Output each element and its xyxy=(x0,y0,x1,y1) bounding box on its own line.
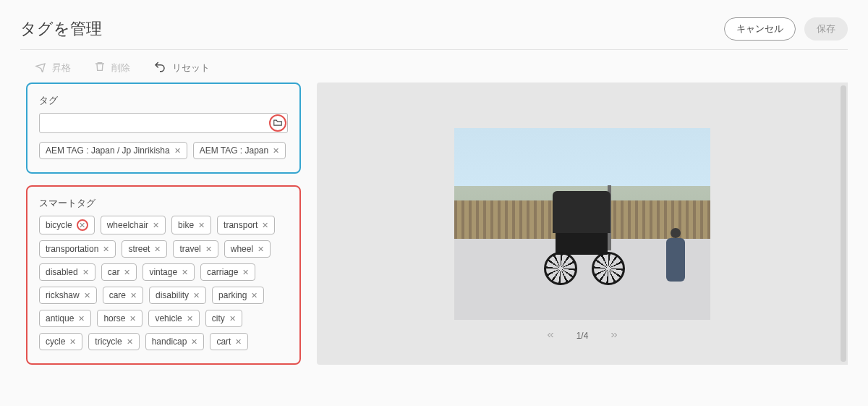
tag-chip[interactable]: disabled✕ xyxy=(39,263,95,281)
tag-chip[interactable]: rickshaw✕ xyxy=(39,287,97,304)
header-actions: キャンセル 保存 xyxy=(724,17,848,41)
tag-chip[interactable]: cycle✕ xyxy=(39,333,82,350)
tag-chip-label: vehicle xyxy=(155,313,182,323)
tag-chip[interactable]: care✕ xyxy=(103,287,143,304)
remove-tag-icon[interactable]: ✕ xyxy=(103,245,109,254)
tag-chip-label: disabled xyxy=(46,267,78,277)
tag-chip-label: handicap xyxy=(152,337,187,347)
preview-scrollbar[interactable] xyxy=(841,85,846,362)
remove-tag-icon[interactable]: ✕ xyxy=(78,314,85,323)
tag-chip-label: cycle xyxy=(46,337,65,347)
remove-tag-icon[interactable]: ✕ xyxy=(198,221,205,230)
tag-chip[interactable]: transport✕ xyxy=(217,216,275,234)
preview-area: 1/4 xyxy=(317,83,848,365)
tag-chip[interactable]: street✕ xyxy=(122,240,167,258)
remove-tag-icon[interactable]: ✕ xyxy=(130,291,137,300)
remove-tag-icon[interactable]: ✕ xyxy=(205,245,212,254)
remove-tag-icon[interactable]: ✕ xyxy=(273,146,279,156)
tag-chip-label: AEM TAG : Japan xyxy=(200,145,269,156)
remove-tag-icon[interactable]: ✕ xyxy=(242,268,249,277)
undo-icon xyxy=(153,60,166,75)
remove-tag-icon[interactable]: ✕ xyxy=(193,291,200,300)
remove-tag-icon[interactable]: ✕ xyxy=(187,314,193,323)
tag-chip[interactable]: wheel✕ xyxy=(224,240,271,258)
preview-pager: 1/4 xyxy=(545,330,621,342)
promote-label: 昇格 xyxy=(52,62,71,75)
tag-chip-label: disability xyxy=(156,290,189,300)
remove-tag-icon[interactable]: ✕ xyxy=(84,291,90,300)
tag-chip[interactable]: wheelchair✕ xyxy=(101,216,166,234)
tag-chip[interactable]: bike✕ xyxy=(171,216,211,234)
tag-chip[interactable]: parking✕ xyxy=(212,287,264,304)
smart-tags-panel: スマートタグ bicycle✕wheelchair✕bike✕transport… xyxy=(26,185,301,365)
pager-next-button[interactable] xyxy=(608,330,620,342)
tag-chip-label: travel xyxy=(179,244,200,254)
tag-chip-label: cart xyxy=(216,337,231,347)
tag-chip[interactable]: AEM TAG : Japan / Jp Jinrikisha✕ xyxy=(39,142,187,159)
smart-tags-list: bicycle✕wheelchair✕bike✕transport✕transp… xyxy=(39,216,288,350)
pager-prev-button[interactable] xyxy=(545,330,556,342)
tag-chip-label: rickshaw xyxy=(46,290,80,300)
tag-chip-label: vintage xyxy=(149,267,177,277)
save-button: 保存 xyxy=(804,17,848,41)
tag-chip[interactable]: AEM TAG : Japan✕ xyxy=(193,142,286,159)
remove-tag-icon[interactable]: ✕ xyxy=(154,245,161,254)
tag-chip[interactable]: horse✕ xyxy=(97,310,142,327)
browse-tags-button[interactable] xyxy=(269,114,286,132)
asset-preview-image xyxy=(454,128,710,320)
tag-action-toolbar: 昇格 削除 リセット xyxy=(0,50,868,83)
remove-tag-icon[interactable]: ✕ xyxy=(77,219,88,231)
tag-chip-label: care xyxy=(109,290,126,300)
tags-panel-title: タグ xyxy=(39,94,288,107)
page-title: タグを管理 xyxy=(20,18,102,40)
tag-chip[interactable]: vintage✕ xyxy=(142,263,195,281)
tag-chip[interactable]: tricycle✕ xyxy=(88,333,139,350)
tag-chip[interactable]: city✕ xyxy=(205,310,242,327)
tag-chip[interactable]: handicap✕ xyxy=(145,333,205,350)
tag-chip-label: tricycle xyxy=(95,337,122,347)
tag-chip-label: carriage xyxy=(207,267,238,277)
cancel-button[interactable]: キャンセル xyxy=(724,17,796,41)
tag-chip[interactable]: travel✕ xyxy=(173,240,218,258)
reset-action[interactable]: リセット xyxy=(153,60,210,75)
tag-chip[interactable]: vehicle✕ xyxy=(148,310,199,327)
tag-chip-label: wheel xyxy=(231,244,253,254)
remove-tag-icon[interactable]: ✕ xyxy=(235,337,242,347)
remove-tag-icon[interactable]: ✕ xyxy=(191,337,197,347)
remove-tag-icon[interactable]: ✕ xyxy=(251,291,258,300)
remove-tag-icon[interactable]: ✕ xyxy=(129,314,136,323)
tag-chip-label: transportation xyxy=(46,244,98,254)
tag-chip-label: parking xyxy=(218,290,247,300)
remove-tag-icon[interactable]: ✕ xyxy=(229,314,236,323)
promote-action: 昇格 xyxy=(35,61,71,75)
remove-tag-icon[interactable]: ✕ xyxy=(127,337,133,347)
remove-tag-icon[interactable]: ✕ xyxy=(258,245,264,254)
remove-tag-icon[interactable]: ✕ xyxy=(153,221,159,230)
tag-chip[interactable]: cart✕ xyxy=(210,333,248,350)
remove-tag-icon[interactable]: ✕ xyxy=(262,221,268,230)
tags-list: AEM TAG : Japan / Jp Jinrikisha✕AEM TAG … xyxy=(39,142,288,159)
remove-tag-icon[interactable]: ✕ xyxy=(182,268,188,277)
tags-panel: タグ AEM TAG : Japan / Jp Jinrikisha✕AEM T… xyxy=(26,83,301,174)
tag-chip-label: bike xyxy=(178,220,194,230)
tag-chip[interactable]: bicycle✕ xyxy=(39,216,95,234)
tag-chip[interactable]: antique✕ xyxy=(39,310,91,327)
remove-tag-icon[interactable]: ✕ xyxy=(174,146,181,156)
tag-chip-label: transport xyxy=(224,220,258,230)
tag-chip-label: city xyxy=(212,313,225,323)
remove-tag-icon[interactable]: ✕ xyxy=(69,337,76,347)
pager-label: 1/4 xyxy=(576,331,589,341)
trash-icon xyxy=(94,61,106,75)
remove-tag-icon[interactable]: ✕ xyxy=(82,268,89,277)
tag-chip-label: bicycle xyxy=(46,220,72,230)
reset-label: リセット xyxy=(172,62,210,75)
tag-chip[interactable]: car✕ xyxy=(101,263,137,281)
tag-chip[interactable]: carriage✕ xyxy=(200,263,255,281)
delete-label: 削除 xyxy=(111,62,130,75)
tag-chip-label: AEM TAG : Japan / Jp Jinrikisha xyxy=(46,145,170,156)
tag-chip[interactable]: disability✕ xyxy=(149,287,206,304)
tag-input[interactable] xyxy=(39,113,288,133)
remove-tag-icon[interactable]: ✕ xyxy=(124,268,130,277)
promote-icon xyxy=(35,61,46,75)
tag-chip[interactable]: transportation✕ xyxy=(39,240,116,258)
